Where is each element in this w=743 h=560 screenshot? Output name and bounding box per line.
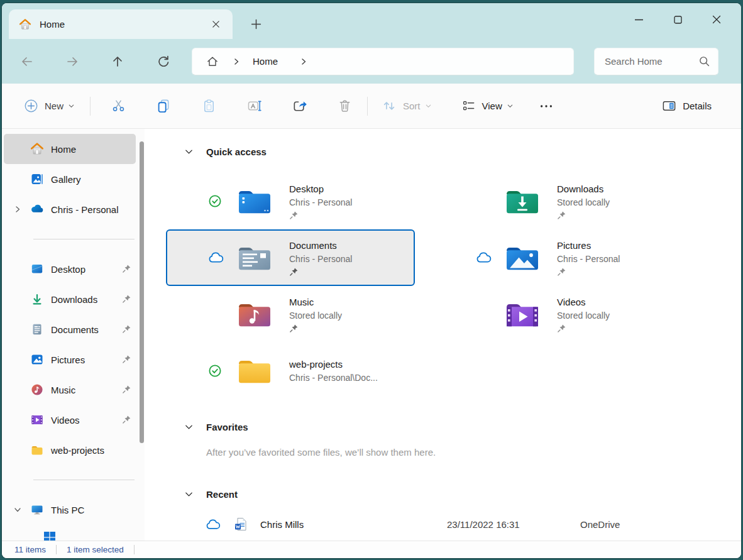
scissors-icon <box>111 98 126 114</box>
windows-drive-icon[interactable] <box>43 531 56 541</box>
gallery-icon <box>30 172 44 186</box>
sidebar-item-web-projects[interactable]: web-projects <box>4 435 136 465</box>
close-window-button[interactable] <box>697 7 736 32</box>
search-box[interactable] <box>594 48 718 75</box>
downloads-folder-icon <box>504 187 541 216</box>
maximize-button[interactable] <box>658 7 697 32</box>
tile-web-projects[interactable]: web-projects Chris - Personal\Doc... <box>166 343 415 399</box>
address-bar[interactable]: Home <box>192 48 574 75</box>
music-folder-icon <box>236 300 273 329</box>
back-button[interactable] <box>13 49 41 74</box>
chevron-down-icon[interactable] <box>181 490 196 499</box>
documents-icon <box>30 322 44 336</box>
sidebar-item-gallery[interactable]: Gallery <box>4 164 136 194</box>
sidebar-scrollbar[interactable] <box>140 141 144 443</box>
rename-button[interactable] <box>240 92 268 120</box>
chevron-down-icon[interactable] <box>9 505 26 515</box>
share-icon <box>292 98 307 114</box>
cloud-status-icon <box>475 250 493 265</box>
home-outline-icon[interactable] <box>206 55 219 68</box>
toolbar-divider <box>90 97 91 116</box>
search-icon[interactable] <box>698 55 710 67</box>
tile-pictures[interactable]: Pictures Chris - Personal <box>434 229 683 286</box>
chevron-down-icon[interactable] <box>181 422 196 432</box>
sidebar-item-videos[interactable]: Videos <box>4 405 136 435</box>
item-subtitle: Stored locally <box>557 197 610 209</box>
tab-title: Home <box>40 19 207 30</box>
clipboard-icon <box>201 98 217 114</box>
chevron-right-icon[interactable] <box>9 204 26 214</box>
search-input[interactable] <box>605 56 698 67</box>
navigation-bar: Home <box>2 39 741 84</box>
chevron-down-icon[interactable] <box>181 147 196 156</box>
details-pane-icon <box>661 98 677 114</box>
close-icon <box>212 20 220 28</box>
close-icon <box>712 15 721 24</box>
new-tab-button[interactable] <box>245 13 267 35</box>
up-button[interactable] <box>103 49 132 74</box>
item-name: Downloads <box>557 183 610 195</box>
sidebar-item-onedrive[interactable]: Chris - Personal <box>4 194 136 224</box>
plus-circle-icon <box>23 98 39 114</box>
recent-file-name: Chris Mills <box>260 519 447 530</box>
minimize-button[interactable] <box>619 7 658 32</box>
sidebar-item-music[interactable]: Music <box>4 375 136 405</box>
plus-icon <box>251 19 261 30</box>
sidebar-item-home[interactable]: Home <box>4 134 136 164</box>
cut-button[interactable] <box>104 92 132 120</box>
chevron-down-icon <box>425 102 432 109</box>
sidebar-item-desktop[interactable]: Desktop <box>4 254 136 284</box>
sort-arrows-icon <box>382 98 397 114</box>
sidebar-item-downloads[interactable]: Downloads <box>4 284 136 314</box>
music-icon <box>30 383 44 397</box>
copy-button[interactable] <box>150 92 177 120</box>
tab-close-button[interactable] <box>207 16 224 33</box>
downloads-icon <box>30 292 44 306</box>
more-options-button[interactable] <box>532 92 560 120</box>
breadcrumb-chevron-icon[interactable] <box>233 58 240 65</box>
tile-desktop[interactable]: Desktop Chris - Personal <box>166 173 415 229</box>
tile-music[interactable]: Music Stored locally <box>166 286 415 343</box>
paste-button[interactable] <box>195 92 223 120</box>
item-subtitle: Chris - Personal <box>289 197 352 209</box>
view-button[interactable]: View <box>454 93 520 119</box>
sidebar-item-label: Gallery <box>51 174 81 185</box>
details-button[interactable]: Details <box>655 93 722 119</box>
refresh-button[interactable] <box>148 49 177 74</box>
sidebar-item-label: This PC <box>51 505 84 515</box>
item-name: web-projects <box>289 358 378 371</box>
share-button[interactable] <box>285 92 313 120</box>
tab-home[interactable]: Home <box>9 9 233 39</box>
delete-button[interactable] <box>331 92 358 120</box>
pin-icon <box>122 415 131 424</box>
item-name: Documents <box>289 239 352 252</box>
pin-icon <box>557 267 620 277</box>
item-subtitle: Stored locally <box>289 310 342 322</box>
status-divider <box>56 545 57 554</box>
section-favorites-header[interactable]: Favorites <box>145 415 741 438</box>
breadcrumb-chevron-icon[interactable] <box>300 58 307 65</box>
pin-icon <box>289 324 342 333</box>
item-name: Pictures <box>557 239 620 252</box>
sidebar-item-label: Home <box>51 144 76 155</box>
sidebar-item-pictures[interactable]: Pictures <box>4 344 136 375</box>
sidebar-item-documents[interactable]: Documents <box>4 314 136 344</box>
sidebar-item-label: Desktop <box>51 264 85 275</box>
rename-icon <box>246 98 262 114</box>
sort-button[interactable]: Sort <box>375 93 438 119</box>
tile-videos[interactable]: Videos Stored locally <box>434 286 683 343</box>
new-button[interactable]: New <box>17 94 81 118</box>
forward-button[interactable] <box>58 49 87 74</box>
section-quick-access-header[interactable]: Quick access <box>145 140 741 163</box>
pin-icon <box>122 264 131 273</box>
section-title: Quick access <box>206 146 267 157</box>
recent-file-row[interactable]: Chris Mills 23/11/2022 16:31 OneDrive <box>145 510 741 538</box>
tile-documents-selected[interactable]: Documents Chris - Personal <box>166 229 415 286</box>
documents-folder-icon <box>236 243 273 272</box>
tile-downloads[interactable]: Downloads Stored locally <box>434 173 683 229</box>
breadcrumb-home[interactable]: Home <box>253 56 278 67</box>
minimize-icon <box>635 19 643 21</box>
section-recent-header[interactable]: Recent <box>145 483 741 505</box>
sidebar-item-this-pc[interactable]: This PC <box>4 495 136 525</box>
item-subtitle: Stored locally <box>557 310 610 322</box>
